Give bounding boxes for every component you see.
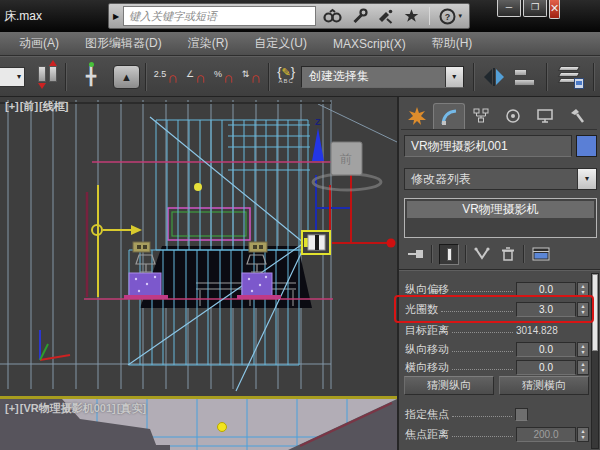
- stack-toolbar-separator: [431, 245, 433, 263]
- viewport-menu-pov[interactable]: [VR物理摄影机001]: [20, 402, 116, 414]
- viewport-menu-shading[interactable]: [真实]: [117, 402, 146, 414]
- help-dropdown-icon[interactable]: ▾: [458, 12, 462, 20]
- minimize-button[interactable]: ─: [497, 0, 521, 17]
- spinner[interactable]: ▴▾: [577, 342, 589, 357]
- spinner-down-icon[interactable]: ▾: [578, 367, 588, 373]
- tab-motion[interactable]: [497, 103, 529, 129]
- z-axis-arrow: Z: [312, 117, 324, 161]
- search-expand-icon[interactable]: ▶: [109, 12, 123, 21]
- strip-divider: [429, 7, 430, 25]
- menu-maxscript[interactable]: MAXScript(X): [320, 32, 419, 55]
- tab-display[interactable]: [529, 103, 561, 129]
- spinner[interactable]: ▴▾: [577, 427, 589, 442]
- select-and-manipulate-icon[interactable]: [35, 64, 60, 90]
- viewport-menu-general[interactable]: [+]: [5, 402, 19, 414]
- svg-text:前: 前: [340, 152, 352, 166]
- param-field[interactable]: 0.0: [516, 282, 576, 297]
- panel-scrollbar[interactable]: [591, 273, 599, 449]
- menu-animation[interactable]: 动画(A): [6, 32, 72, 55]
- object-color-swatch[interactable]: [576, 135, 597, 157]
- search-input[interactable]: [123, 6, 317, 26]
- scrollbar-thumb[interactable]: [592, 274, 598, 351]
- spinner[interactable]: ▴▾: [577, 302, 589, 317]
- wall-frame-left: [133, 242, 150, 252]
- modifier-list-arrow-icon[interactable]: ▾: [577, 169, 596, 189]
- remove-modifier-icon[interactable]: [499, 246, 517, 262]
- param-field[interactable]: 0.0: [516, 342, 576, 357]
- command-panel: VR物理摄影机001 修改器列表 ▾ VR物理摄影机: [397, 97, 600, 450]
- viewport-front[interactable]: [+][前][线框]: [0, 97, 397, 396]
- align-icon[interactable]: [512, 66, 537, 88]
- camera-object-icon[interactable]: [300, 229, 334, 257]
- nightstand-right[interactable]: [242, 273, 272, 296]
- guess-vertical-button[interactable]: 猜测纵向: [404, 376, 494, 395]
- menu-customize[interactable]: 自定义(U): [241, 32, 320, 55]
- pin-stack-icon[interactable]: [407, 247, 425, 261]
- spinner[interactable]: ▴▾: [577, 282, 589, 297]
- layer-manager-icon[interactable]: [557, 65, 584, 89]
- tab-create[interactable]: [401, 103, 433, 129]
- param-label: 纵向偏移: [405, 282, 449, 297]
- maximize-button[interactable]: ❒: [523, 0, 547, 17]
- param-field[interactable]: 0.0: [516, 360, 576, 375]
- menu-help[interactable]: 帮助(H): [419, 32, 486, 55]
- tab-modify[interactable]: [433, 103, 465, 129]
- select-and-place-icon[interactable]: ▲: [113, 65, 139, 89]
- show-end-result-icon[interactable]: [439, 244, 459, 265]
- light-marker[interactable]: [218, 423, 227, 432]
- modifier-list-dropdown[interactable]: 修改器列表 ▾: [404, 168, 597, 190]
- dotted-leader: [441, 311, 513, 312]
- viewport-menu-pov[interactable]: [前]: [20, 100, 38, 112]
- viewport-camera[interactable]: [+][VR物理摄影机001][真实]: [0, 399, 397, 450]
- tab-hierarchy[interactable]: [465, 103, 497, 129]
- menu-bar: 动画(A) 图形编辑器(D) 渲染(R) 自定义(U) MAXScript(X)…: [0, 32, 600, 56]
- spinner[interactable]: ▴▾: [577, 360, 589, 375]
- spinner-down-icon[interactable]: ▾: [578, 289, 588, 295]
- menu-rendering[interactable]: 渲染(R): [175, 32, 242, 55]
- param-row-horizontal-move: 横向移动 0.0 ▴▾: [405, 359, 589, 375]
- viewport-menu-shading[interactable]: [线框]: [39, 100, 68, 112]
- close-button[interactable]: ✕: [549, 0, 560, 19]
- rollout-divider: [399, 269, 600, 271]
- param-field[interactable]: 3.0: [516, 302, 576, 317]
- help-button[interactable]: ? ▾: [439, 8, 462, 25]
- snaps-toggle-25-icon[interactable]: 2.5∩: [154, 69, 178, 85]
- spinner-down-icon[interactable]: ▾: [578, 309, 588, 315]
- param-field[interactable]: 200.0: [516, 427, 576, 442]
- communication-center-icon[interactable]: [377, 8, 394, 24]
- configure-modifier-sets-icon[interactable]: [531, 246, 551, 262]
- select-and-move-icon[interactable]: ╋: [78, 66, 103, 87]
- toolbar-separator: [145, 63, 147, 91]
- spinner-snap-icon[interactable]: ⇅∩: [242, 69, 261, 85]
- spinner-down-icon[interactable]: ▾: [578, 349, 588, 355]
- search-binoculars-icon[interactable]: [323, 8, 342, 24]
- floor-shadow-strip: [0, 445, 170, 450]
- favorites-star-icon[interactable]: [403, 8, 420, 24]
- tab-utilities[interactable]: [561, 103, 593, 129]
- angle-snap-icon[interactable]: ∠∩: [186, 69, 206, 85]
- wrench-icon[interactable]: [351, 8, 368, 24]
- specify-focus-checkbox[interactable]: [515, 408, 528, 421]
- guess-horizontal-button[interactable]: 猜测横向: [499, 376, 589, 395]
- reference-coordinate-dropdown[interactable]: ▾: [0, 67, 25, 87]
- stack-item-camera[interactable]: VR物理摄影机: [407, 201, 594, 218]
- point-light-marker[interactable]: [194, 183, 202, 191]
- modifier-list-label: 修改器列表: [405, 171, 577, 188]
- modifier-stack-toolbar: [399, 242, 600, 266]
- make-unique-icon[interactable]: [473, 247, 491, 261]
- named-selection-set-combo[interactable]: 创建选择集 ▾: [301, 66, 464, 88]
- snap-toggle-group: 2.5∩ ∠∩ %∩ ⇅∩: [154, 69, 262, 85]
- param-readonly-value: 3014.828: [516, 325, 589, 336]
- param-row-focus-distance: 焦点距离 200.0 ▴▾: [405, 426, 589, 442]
- viewport-menu-general[interactable]: [+]: [5, 100, 19, 112]
- percent-snap-icon[interactable]: %∩: [214, 69, 234, 85]
- combo-dropdown-icon[interactable]: ▾: [445, 67, 463, 87]
- mirror-icon[interactable]: [484, 68, 504, 86]
- menu-graph-editors[interactable]: 图形编辑器(D): [72, 32, 175, 55]
- nightstand-left[interactable]: [129, 273, 161, 296]
- edit-named-selection-sets-icon[interactable]: {✎} ABC: [277, 67, 295, 86]
- object-name-field[interactable]: VR物理摄影机001: [404, 135, 572, 157]
- spinner-down-icon[interactable]: ▾: [578, 434, 588, 440]
- dotted-leader: [452, 369, 513, 370]
- help-icon[interactable]: ?: [439, 8, 456, 25]
